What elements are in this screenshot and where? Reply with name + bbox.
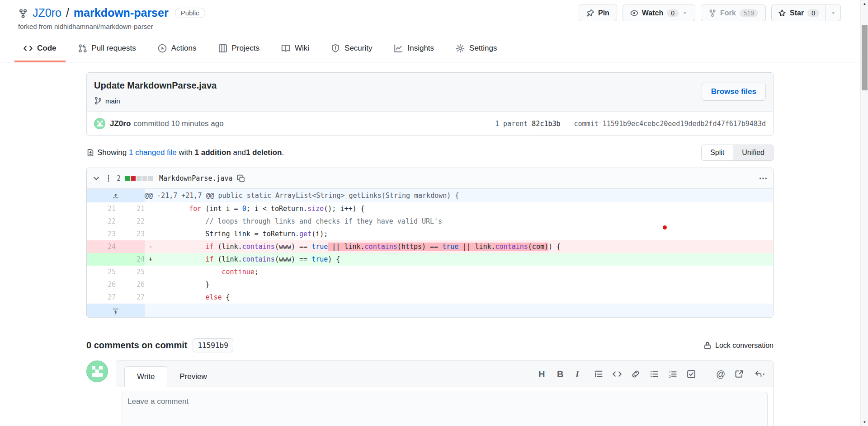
pin-button[interactable]: Pin	[579, 5, 617, 21]
file-options-kebab-button[interactable]	[759, 174, 768, 183]
watch-button[interactable]: Watch 0	[623, 5, 695, 21]
collapse-file-button[interactable]	[92, 174, 100, 183]
commit-title: Update MarkdownParse.java	[94, 80, 766, 91]
diff-file-box: 2 MarkdownParse.java @@ -21,7 +21,7 @@ p…	[86, 168, 774, 318]
expand-up-button[interactable]	[87, 189, 145, 202]
new-line-number: 26	[116, 278, 145, 291]
diff-marker	[145, 278, 156, 291]
unified-view-button[interactable]: Unified	[733, 145, 774, 161]
changed-files-link[interactable]: 1 changed file	[129, 148, 177, 157]
cross-reference-icon[interactable]	[735, 370, 744, 379]
parent-sha-block: 1 parent 82c1b3b	[495, 120, 561, 128]
diff-row-hunk: @@ -21,7 +21,7 @@ public static ArrayLis…	[87, 189, 773, 202]
cursor-dot	[663, 225, 667, 229]
star-button[interactable]: Star 0	[772, 5, 826, 21]
commit-branch: main	[94, 97, 766, 105]
diff-row-context: 2525 continue;	[87, 266, 773, 278]
code-line: if (link.contains(www) == true || link.c…	[156, 240, 773, 253]
new-line-number: 22	[116, 215, 145, 228]
project-icon	[218, 44, 227, 53]
tab-preview[interactable]: Preview	[167, 367, 219, 387]
github-commit-page: JZ0ro / markdown-parser Public forked fr…	[0, 0, 868, 426]
avatar	[86, 360, 108, 382]
scrollbar-down-arrow[interactable]: ▼	[861, 418, 868, 426]
scrollbar-thumb[interactable]	[862, 25, 868, 90]
changes-summary-text: Showing 1 changed file with 1 addition a…	[97, 148, 284, 157]
expand-down-button[interactable]	[87, 304, 145, 317]
code-line: String link = toReturn.get(i);	[156, 228, 773, 240]
commit-sha-chip: 11591b9	[193, 338, 233, 352]
file-changes-count: 2	[117, 174, 121, 183]
page-scrollbar[interactable]: ▲ ▼	[860, 0, 868, 426]
comments-header: 0 comments on commit 11591b9 Lock conver…	[86, 338, 774, 352]
fork-button[interactable]: Fork 519	[701, 5, 766, 21]
star-icon	[778, 9, 786, 17]
visibility-badge: Public	[175, 8, 205, 18]
scrollbar-up-arrow[interactable]: ▲	[861, 0, 868, 8]
tab-actions[interactable]: Actions	[149, 36, 206, 62]
star-dropdown-button[interactable]	[826, 5, 840, 21]
lock-conversation-button[interactable]: Lock conversation	[703, 342, 774, 350]
star-count: 0	[807, 9, 819, 17]
eye-icon	[630, 9, 638, 17]
forked-from-line: forked from nidhidhamnani/markdown-parse…	[18, 23, 850, 30]
old-line-number: 23	[87, 228, 116, 240]
tasklist-icon[interactable]	[687, 370, 696, 379]
svg-text:1: 1	[669, 370, 671, 374]
old-line-number: 26	[87, 278, 116, 291]
graph-icon	[394, 44, 403, 53]
split-view-button[interactable]: Split	[701, 145, 733, 161]
tab-security[interactable]: Security	[322, 36, 381, 62]
repo-name-link[interactable]: markdown-parser	[74, 6, 169, 19]
reply-icon[interactable]	[753, 370, 766, 379]
code-line: else {	[156, 291, 773, 304]
browse-files-button[interactable]: Browse files	[702, 83, 766, 101]
commit-box-header: Update MarkdownParse.java main Browse fi…	[87, 73, 773, 112]
old-line-number: 24	[87, 240, 116, 253]
tab-code[interactable]: Code	[14, 36, 66, 62]
diff-marker	[145, 215, 156, 228]
bold-icon[interactable]: B	[557, 370, 566, 379]
additions-count: 1 addition	[195, 148, 231, 157]
drag-handle-icon[interactable]	[104, 174, 113, 183]
diff-table: @@ -21,7 +21,7 @@ public static ArrayLis…	[87, 189, 773, 317]
old-line-number	[87, 253, 116, 266]
link-icon[interactable]	[631, 370, 640, 379]
tab-settings[interactable]: Settings	[447, 36, 506, 62]
avatar[interactable]	[94, 118, 105, 129]
diff-marker: -	[145, 240, 156, 253]
new-line-number: 23	[116, 228, 145, 240]
forked-from-link[interactable]: nidhidhamnani/markdown-parser	[54, 23, 153, 30]
tab-wiki[interactable]: Wiki	[272, 36, 318, 62]
new-line-number: 24	[116, 253, 145, 266]
old-line-number: 27	[87, 291, 116, 304]
chevron-down-icon	[830, 10, 836, 16]
comment-form: Write Preview HBI12@ Leave a comment	[86, 360, 774, 426]
tab-insights[interactable]: Insights	[385, 36, 443, 62]
italic-icon[interactable]: I	[576, 370, 585, 379]
code-line: for (int i = 0; i < toReturn.size(); i++…	[156, 202, 773, 215]
mention-icon[interactable]: @	[716, 370, 725, 379]
repo-owner-link[interactable]: JZ0ro	[33, 6, 61, 19]
pr-icon	[78, 44, 87, 53]
commit-sha-meta: 1 parent 82c1b3b commit 11591b9ec4cebc20…	[495, 120, 766, 128]
heading-icon[interactable]: H	[538, 370, 547, 379]
comment-box-body: Leave a comment	[116, 387, 773, 426]
copy-path-button[interactable]	[237, 174, 245, 183]
tab-projects[interactable]: Projects	[209, 36, 269, 62]
list-ordered-icon[interactable]: 12	[668, 370, 677, 379]
tab-pull-requests[interactable]: Pull requests	[69, 36, 145, 62]
code-icon[interactable]	[613, 370, 622, 379]
quote-icon[interactable]	[594, 370, 603, 379]
tab-write[interactable]: Write	[124, 366, 167, 387]
list-unordered-icon[interactable]	[650, 370, 659, 379]
chevron-down-icon	[682, 10, 688, 16]
commit-author-link[interactable]: JZ0ro	[110, 119, 131, 128]
comment-input[interactable]: Leave a comment	[122, 392, 768, 426]
pin-icon	[586, 9, 594, 17]
new-line-number: 27	[116, 291, 145, 304]
git-branch-icon	[94, 97, 102, 105]
lock-icon	[703, 342, 712, 350]
parent-sha-link[interactable]: 82c1b3b	[532, 120, 560, 128]
code-line: }	[156, 278, 773, 291]
